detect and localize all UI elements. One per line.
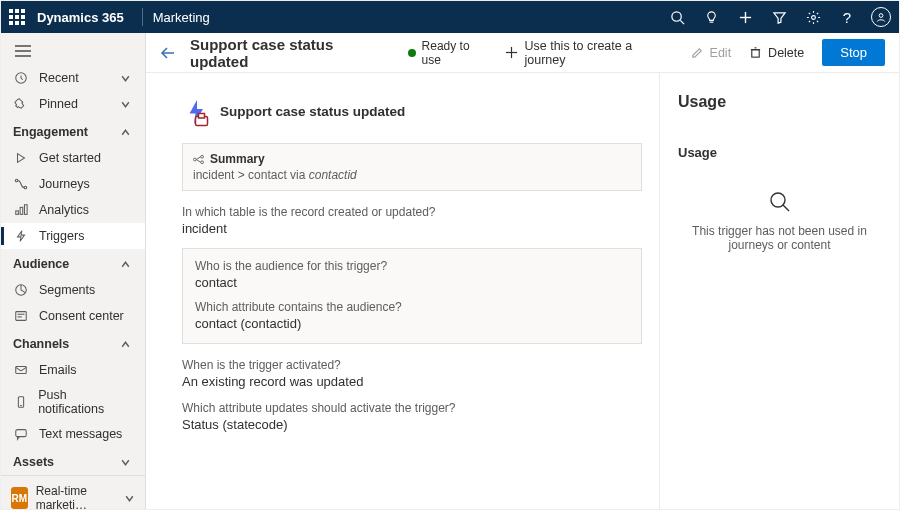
content-main: Support case status updated Summary inci… bbox=[146, 73, 659, 509]
audience-box: Who is the audience for this trigger? co… bbox=[182, 248, 642, 344]
nav-label: Get started bbox=[39, 151, 101, 165]
nav-text[interactable]: Text messages bbox=[1, 421, 145, 447]
add-icon[interactable] bbox=[735, 7, 755, 27]
message-icon bbox=[13, 426, 29, 442]
svg-rect-17 bbox=[25, 205, 28, 215]
module-name: Marketing bbox=[153, 10, 210, 25]
area-switcher[interactable]: RM Real-time marketi… bbox=[1, 475, 145, 510]
usage-panel: Usage Usage This trigger has not been us… bbox=[659, 73, 899, 509]
nav-label: Consent center bbox=[39, 309, 124, 323]
field-value: incident bbox=[182, 221, 642, 236]
segments-icon bbox=[13, 282, 29, 298]
field-value: contact bbox=[195, 275, 629, 290]
command-bar: Support case status updated Ready to use… bbox=[146, 33, 899, 73]
nav-group-assets[interactable]: Assets bbox=[1, 447, 145, 475]
nav-analytics[interactable]: Analytics bbox=[1, 197, 145, 223]
help-icon[interactable]: ? bbox=[837, 7, 857, 27]
search-icon bbox=[768, 190, 792, 214]
chevron-up-icon bbox=[120, 259, 131, 270]
delete-icon bbox=[749, 46, 762, 59]
nav-triggers[interactable]: Triggers bbox=[1, 223, 145, 249]
svg-rect-22 bbox=[16, 367, 27, 374]
back-button[interactable] bbox=[160, 45, 176, 61]
nav-label: Text messages bbox=[39, 427, 122, 441]
svg-line-38 bbox=[196, 159, 201, 162]
field-label: Who is the audience for this trigger? bbox=[195, 259, 629, 273]
area-label: Real-time marketi… bbox=[36, 484, 116, 510]
search-icon[interactable] bbox=[667, 7, 687, 27]
svg-point-7 bbox=[879, 14, 883, 18]
sidebar: Recent Pinned Engagement Get started Jou… bbox=[1, 33, 146, 509]
status-badge: Ready to use bbox=[408, 39, 492, 67]
svg-point-6 bbox=[811, 15, 815, 19]
nav-label: Recent bbox=[39, 71, 79, 85]
profile-icon[interactable] bbox=[871, 7, 891, 27]
nav-label: Push notifications bbox=[38, 388, 131, 416]
svg-rect-15 bbox=[16, 211, 19, 215]
nav-push[interactable]: Push notifications bbox=[1, 383, 145, 421]
push-icon bbox=[13, 394, 28, 410]
plus-icon bbox=[505, 46, 518, 59]
svg-rect-33 bbox=[199, 114, 205, 119]
nav-label: Journeys bbox=[39, 177, 90, 191]
settings-icon[interactable] bbox=[803, 7, 823, 27]
email-icon bbox=[13, 362, 29, 378]
svg-marker-12 bbox=[18, 154, 25, 163]
svg-point-13 bbox=[15, 179, 18, 182]
usage-empty-state: This trigger has not been used in journe… bbox=[678, 190, 881, 252]
chevron-down-icon bbox=[120, 99, 131, 110]
summary-box: Summary incident > contact via contactid bbox=[182, 143, 642, 191]
pin-icon bbox=[13, 96, 29, 112]
svg-rect-25 bbox=[16, 430, 27, 437]
app-launcher-icon[interactable] bbox=[9, 9, 25, 25]
analytics-icon bbox=[13, 202, 29, 218]
chevron-down-icon bbox=[120, 457, 131, 468]
field-label: Which attribute updates should activate … bbox=[182, 401, 642, 415]
lightbulb-icon[interactable] bbox=[701, 7, 721, 27]
global-topbar: Dynamics 365 Marketing ? bbox=[1, 1, 899, 33]
nav-group-engagement[interactable]: Engagement bbox=[1, 117, 145, 145]
svg-line-1 bbox=[680, 20, 684, 24]
chevron-up-icon bbox=[120, 127, 131, 138]
field-value: contact (contactid) bbox=[195, 316, 629, 331]
nav-group-channels[interactable]: Channels bbox=[1, 329, 145, 357]
trigger-icon bbox=[13, 228, 29, 244]
nav-pinned[interactable]: Pinned bbox=[1, 91, 145, 117]
play-icon bbox=[13, 150, 29, 166]
svg-line-37 bbox=[196, 156, 201, 159]
card-title: Support case status updated bbox=[220, 104, 405, 119]
nav-label: Emails bbox=[39, 363, 77, 377]
trigger-details-card: Support case status updated Summary inci… bbox=[182, 97, 642, 432]
usage-subheading: Usage bbox=[678, 145, 881, 160]
usage-title: Usage bbox=[678, 93, 881, 111]
nav-get-started[interactable]: Get started bbox=[1, 145, 145, 171]
collapse-nav-icon[interactable] bbox=[1, 37, 145, 65]
chevron-up-icon bbox=[120, 339, 131, 350]
clock-icon bbox=[13, 70, 29, 86]
nav-consent[interactable]: Consent center bbox=[1, 303, 145, 329]
brand-name: Dynamics 365 bbox=[37, 10, 124, 25]
nav-recent[interactable]: Recent bbox=[1, 65, 145, 91]
field-value: An existing record was updated bbox=[182, 374, 642, 389]
field-value: Status (statecode) bbox=[182, 417, 642, 432]
divider bbox=[142, 8, 143, 26]
nav-journeys[interactable]: Journeys bbox=[1, 171, 145, 197]
flow-icon bbox=[193, 154, 204, 165]
svg-rect-29 bbox=[752, 50, 759, 57]
filter-icon[interactable] bbox=[769, 7, 789, 27]
nav-emails[interactable]: Emails bbox=[1, 357, 145, 383]
stop-button[interactable]: Stop bbox=[822, 39, 885, 66]
use-journey-button[interactable]: Use this to create a journey bbox=[505, 39, 672, 67]
nav-segments[interactable]: Segments bbox=[1, 277, 145, 303]
delete-button[interactable]: Delete bbox=[749, 46, 804, 60]
chevron-down-icon bbox=[124, 493, 135, 504]
svg-point-35 bbox=[201, 155, 204, 158]
field-label: Which attribute contains the audience? bbox=[195, 300, 629, 314]
nav-group-audience[interactable]: Audience bbox=[1, 249, 145, 277]
svg-point-36 bbox=[201, 160, 204, 163]
svg-rect-16 bbox=[20, 207, 23, 214]
svg-rect-19 bbox=[16, 312, 27, 321]
journey-icon bbox=[13, 176, 29, 192]
status-dot-icon bbox=[408, 49, 416, 57]
summary-path: incident > contact via contactid bbox=[193, 168, 631, 182]
